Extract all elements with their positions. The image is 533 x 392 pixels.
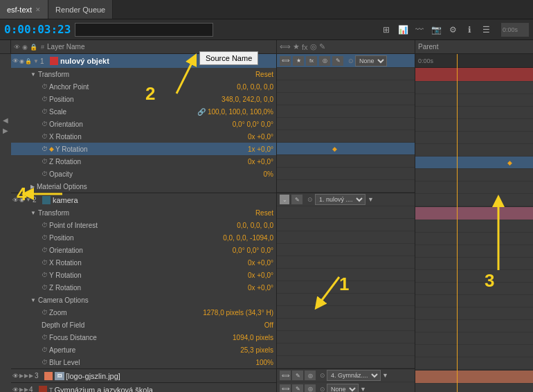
tri-3-l[interactable]: ▶ — [24, 373, 28, 379]
orient-value-1: 0,0° 0,0° 0,0° — [233, 121, 276, 128]
layer-num-4: 4 — [29, 386, 37, 392]
eye-icon-3[interactable]: 👁 — [12, 373, 19, 380]
eye-icon-2[interactable]: 👁 — [12, 197, 19, 204]
nav-left-icon[interactable]: ◀ — [3, 116, 8, 124]
mid-icon-3b[interactable]: ✎ — [292, 371, 303, 380]
tab-close-icon[interactable]: ✕ — [35, 6, 41, 13]
mid-icon-4a[interactable]: ⟺ — [280, 384, 291, 393]
tri-transform-1[interactable]: ▼ — [30, 71, 36, 78]
tab-esf-text[interactable]: esf-text ✕ — [0, 0, 48, 19]
timeline-header: 0:00s — [415, 54, 533, 68]
dropdown-arrow-2[interactable]: ▼ — [368, 196, 374, 203]
sw-orient-1[interactable]: ⏱ — [42, 121, 48, 127]
mid-icon-1c[interactable]: fx — [306, 56, 317, 66]
tl-empty-pos-1 — [415, 107, 533, 119]
blur-label: Blur Level — [49, 359, 80, 366]
motion-icon[interactable]: 〰 — [413, 23, 426, 37]
layer-row-3[interactable]: 👁 ▶ ▶ ▶ 3 🖼 [logo-gjszlin.jpg] — [11, 368, 276, 382]
sw-anchor-1[interactable]: ⏱ — [42, 83, 48, 90]
mid-icon-2a[interactable]: ⌄ — [280, 195, 289, 204]
sw-zrot-1[interactable]: ⏱ — [42, 158, 48, 165]
prop-xrot-2: ⏱ X Rotation 0x +0,0° — [11, 256, 276, 269]
sw-zoom-2[interactable]: ⏱ — [42, 309, 48, 316]
parent-select-3[interactable]: 4. Gymnáz.... — [327, 370, 381, 381]
prop-orient-1: ⏱ Orientation 0,0° 0,0° 0,0° — [11, 118, 276, 130]
mid-icon-4b[interactable]: ✎ — [292, 384, 303, 393]
tab-render-queue[interactable]: Render Queue — [48, 0, 113, 19]
sw-xrot-1[interactable]: ⏱ — [42, 133, 48, 140]
tl-bar-1 — [415, 68, 533, 82]
grid-icon[interactable]: ⊞ — [379, 23, 393, 37]
dropdown-arrow-4[interactable]: ▼ — [360, 386, 366, 393]
tri-4-r[interactable]: ▶ — [24, 386, 28, 392]
sw-poi-2[interactable]: ⏱ — [42, 222, 48, 229]
tabs-bar: esf-text ✕ Render Queue — [0, 0, 533, 19]
tri-mat-1[interactable]: ▶ — [30, 184, 35, 190]
layer-row-2[interactable]: 👁 ◉ ▼ 2 kamera — [11, 193, 276, 206]
sw-opacity-1[interactable]: ⏱ — [42, 170, 48, 177]
dropdown-arrow-3[interactable]: ▼ — [382, 372, 388, 379]
nav-right-icon[interactable]: ▶ — [3, 127, 8, 134]
reset-1[interactable]: Reset — [255, 71, 276, 78]
solo-icon-2[interactable]: ◉ — [19, 197, 24, 203]
mid-empty-zrot-2 — [277, 281, 415, 294]
transform-header-2[interactable]: ▼ Transform Reset — [11, 206, 276, 219]
mid-icon-3c[interactable]: ◎ — [305, 371, 316, 380]
mid-icon-2b[interactable]: ✎ — [291, 195, 302, 204]
sw-zrot-2[interactable]: ⏱ — [42, 284, 48, 291]
sw-focus-2[interactable]: ⏱ — [42, 334, 48, 341]
prop-blur-2: ⏱ Blur Level 100% — [11, 356, 276, 368]
mid-icon-1a[interactable]: ⟺ — [280, 56, 291, 66]
mid-icon-3a[interactable]: ⟺ — [280, 371, 291, 380]
menu-icon[interactable]: ☰ — [479, 23, 493, 37]
scale-value-1: 🔗 100,0, 100,0, 100,0% — [197, 108, 276, 116]
sw-aperture-2[interactable]: ⏱ — [42, 346, 48, 353]
solo-icon-3[interactable]: ▶ — [19, 373, 24, 379]
transform-header-1[interactable]: ▼ Transform Reset — [11, 68, 276, 80]
mid-icon-1d[interactable]: ◎ — [319, 56, 330, 66]
camera2-icon[interactable]: 📷 — [429, 23, 443, 37]
parent-select-1[interactable]: None — [355, 55, 387, 66]
tab-label: esf-text — [7, 6, 32, 14]
lock-icon-1[interactable]: 🔒 — [25, 58, 32, 64]
graph-icon[interactable]: 📊 — [396, 23, 410, 37]
time-display-small: 0:00s — [501, 23, 529, 37]
tri-transform-2[interactable]: ▼ — [30, 210, 36, 216]
eye-header-icon: 👁 — [14, 44, 20, 51]
solo-icon-1[interactable]: ◉ — [19, 58, 24, 64]
prop-zrot-2: ⏱ Z Rotation 0x +0,0° — [11, 281, 276, 294]
parent-icon-1: ⊙ — [348, 57, 354, 64]
material-options-1[interactable]: ▶ Material Options — [11, 180, 276, 193]
camera-options-2[interactable]: ▼ Camera Options — [11, 294, 276, 306]
sw-scale-1[interactable]: ⏱ — [42, 108, 48, 115]
settings-icon[interactable]: ⚙ — [446, 23, 460, 37]
tri-2[interactable]: ▼ — [26, 197, 31, 203]
search-input[interactable] — [75, 23, 213, 37]
orient-value-2: 0,0° 0,0° 0,0° — [233, 247, 276, 254]
eye-icon-1[interactable]: 👁 — [12, 57, 19, 64]
sw-xrot-2[interactable]: ⏱ — [42, 259, 48, 266]
layer-row-4[interactable]: 👁 ▶ ▶ 4 T Gymnázium a jazyková škola — [11, 382, 276, 392]
eye-icon-4[interactable]: 👁 — [12, 386, 19, 393]
sw-pos-1[interactable]: ⏱ — [42, 96, 48, 103]
mid-icon-1b[interactable]: ★ — [293, 56, 304, 66]
tri-3-r[interactable]: ▶ — [29, 373, 33, 379]
sw-yrot-2[interactable]: ⏱ — [42, 271, 48, 278]
tri-1[interactable]: ▼ — [33, 58, 39, 64]
mid-empty-aperture-2 — [277, 344, 415, 356]
orient-label-2: Orientation — [49, 247, 83, 254]
layer-color-4 — [39, 386, 47, 393]
sw-blur-2[interactable]: ⏱ — [42, 359, 48, 366]
tri-cam-2[interactable]: ▼ — [30, 297, 36, 303]
mid-icon-4c[interactable]: ◎ — [305, 384, 316, 393]
tri-4-l[interactable]: ▶ — [19, 386, 24, 392]
parent-select-4[interactable]: None — [327, 384, 359, 393]
parent-select-2[interactable]: 1. nulový .... — [315, 194, 365, 205]
sw-pos-2[interactable]: ⏱ — [42, 234, 48, 241]
sw-orient-2[interactable]: ⏱ — [42, 247, 48, 253]
transform-label-2: Transform — [38, 209, 69, 217]
mid-icon-1e[interactable]: ✎ — [332, 56, 343, 66]
sw-yrot-1[interactable]: ⏱ — [42, 145, 48, 152]
reset-2[interactable]: Reset — [255, 209, 276, 217]
info-icon[interactable]: ℹ — [462, 23, 476, 37]
